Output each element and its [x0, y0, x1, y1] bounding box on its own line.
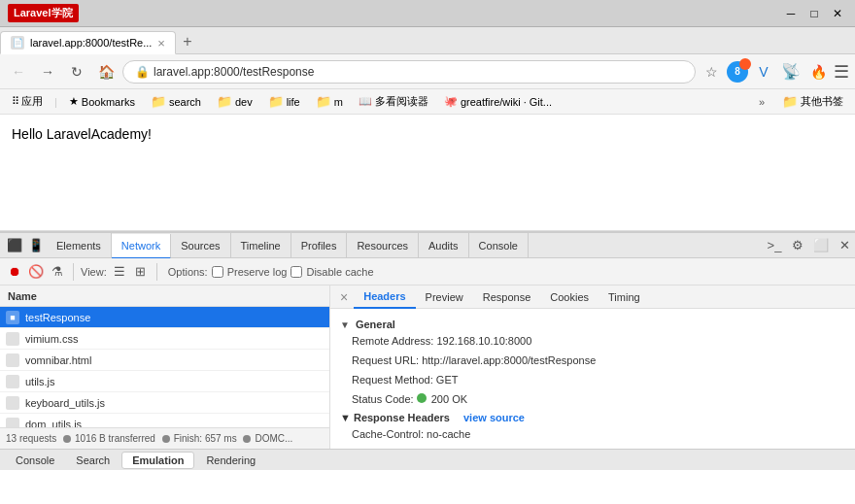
bottom-tab-search[interactable]: Search	[66, 453, 120, 468]
tab-timeline[interactable]: Timeline	[231, 233, 291, 258]
bottom-tab-rendering-label: Rendering	[206, 454, 256, 466]
tab-close-button[interactable]: ×	[157, 36, 165, 50]
resp-tab-cookies[interactable]: Cookies	[540, 286, 598, 309]
github-icon: 🐙	[444, 95, 458, 108]
status-green-dot	[417, 393, 427, 403]
rss-icon[interactable]: 📡	[779, 60, 803, 84]
bookmarks-overflow-button[interactable]: »	[755, 94, 769, 110]
file-item-testresponse[interactable]: ■ testResponse	[0, 307, 329, 328]
sync-icon[interactable]: 8	[727, 61, 748, 83]
close-button[interactable]: ✕	[828, 5, 847, 22]
resp-tab-headers-label: Headers	[363, 290, 405, 302]
devtools-close-icon[interactable]: ✕	[834, 235, 855, 256]
file-item-utils-js[interactable]: utils.js	[0, 371, 329, 392]
lock-icon: 🔒	[135, 65, 150, 79]
star-bm-icon: ★	[69, 95, 79, 108]
resp-tab-timing[interactable]: Timing	[598, 286, 650, 309]
cache-control-key: Cache-Control:	[352, 428, 424, 440]
general-label: General	[356, 319, 395, 330]
bookmark-dev-label: dev	[235, 96, 253, 108]
file-icon-dom-utils-js	[6, 418, 19, 428]
bookmark-dev[interactable]: 📁 dev	[211, 92, 258, 111]
file-list-header: Name	[0, 286, 329, 307]
bookmark-m[interactable]: 📁 m	[310, 92, 349, 111]
disable-cache-label: Disable cache	[306, 266, 373, 278]
footer-dot-2	[162, 435, 170, 443]
folder-icon-m: 📁	[316, 94, 331, 109]
preserve-log-checkbox[interactable]	[212, 266, 223, 278]
bookmark-duokan[interactable]: 📖 多看阅读器	[353, 92, 434, 111]
inspect-element-icon[interactable]: ⬛	[4, 235, 25, 256]
tab-audits[interactable]: Audits	[419, 233, 469, 258]
resp-tab-preview[interactable]: Preview	[416, 286, 473, 309]
mobile-icon[interactable]: 📱	[25, 235, 47, 256]
file-item-keyboard-utils-js[interactable]: keyboard_utils.js	[0, 392, 329, 414]
bottom-tab-emulation[interactable]: Emulation	[121, 452, 194, 469]
file-icon-keyboard-utils-js	[6, 396, 19, 410]
toolbar-separator	[73, 263, 74, 281]
bottom-tab-console[interactable]: Console	[6, 453, 64, 468]
file-item-vimium-css[interactable]: vimium.css	[0, 328, 329, 350]
response-close-button[interactable]: ×	[334, 289, 354, 305]
file-list-items[interactable]: ■ testResponse vimium.css vomnibar.html …	[0, 307, 329, 427]
footer-finish: Finish: 657 ms	[174, 433, 240, 444]
folder-icon-dev: 📁	[217, 94, 232, 109]
options-label: Options:	[168, 266, 208, 278]
file-icon-utils-js	[6, 375, 19, 388]
bottom-tab-rendering[interactable]: Rendering	[196, 453, 265, 468]
folder-icon-search: 📁	[151, 94, 166, 109]
bookmark-duokan-label: 多看阅读器	[375, 94, 428, 109]
resp-tab-response[interactable]: Response	[473, 286, 541, 309]
browser-tab-active[interactable]: 📄 laravel.app:8000/testRe... ×	[0, 31, 176, 54]
tab-elements[interactable]: Elements	[47, 233, 112, 258]
tab-resources[interactable]: Resources	[347, 233, 419, 258]
file-item-vomnibar-html[interactable]: vomnibar.html	[0, 350, 329, 371]
apps-label: 应用	[21, 94, 43, 109]
view-grid-icon[interactable]: ⊞	[132, 263, 150, 281]
remote-address-val: 192.168.10.10:8000	[436, 335, 531, 347]
bottom-tab-emulation-label: Emulation	[132, 454, 184, 466]
separator-1: |	[54, 96, 57, 108]
view-list-icon[interactable]: ☰	[111, 263, 128, 281]
devtools-console-icon[interactable]: >_	[764, 235, 785, 256]
disable-cache-checkbox[interactable]	[291, 266, 302, 278]
apps-button[interactable]: ⠿ 应用	[6, 92, 49, 111]
devtools-main: Name ■ testResponse vimium.css vomnibar.…	[0, 286, 855, 449]
sync-badge	[739, 58, 751, 70]
footer-domc: DOMC...	[255, 433, 292, 444]
devtools-settings-icon[interactable]: ⚙	[787, 235, 808, 256]
tab-network[interactable]: Network	[112, 234, 171, 259]
menu-icon[interactable]: ☰	[834, 61, 849, 83]
bookmark-greatfire[interactable]: 🐙 greatfire/wiki · Git...	[438, 93, 558, 110]
new-tab-button[interactable]: +	[176, 30, 199, 53]
devtools-dock-icon[interactable]: ⬜	[810, 235, 832, 256]
resp-tab-headers[interactable]: Headers	[354, 286, 415, 309]
record-button[interactable]: ⏺	[6, 263, 23, 281]
tab-profiles[interactable]: Profiles	[291, 233, 348, 258]
flame-icon[interactable]: 🔥	[806, 60, 830, 84]
response-content: ▼ General Remote Address: 192.168.10.10:…	[330, 309, 855, 449]
forward-button[interactable]: →	[35, 59, 60, 84]
back-button[interactable]: ←	[6, 59, 31, 84]
view-source-link[interactable]: view source	[463, 412, 525, 423]
clear-button[interactable]: 🚫	[27, 263, 45, 281]
star-icon[interactable]: ☆	[700, 60, 723, 84]
bookmark-search[interactable]: 📁 search	[145, 92, 207, 111]
status-code-key: Status Code:	[352, 393, 414, 405]
bookmark-star[interactable]: ★ Bookmarks	[63, 93, 141, 110]
file-name-vimium-css: vimium.css	[25, 333, 78, 345]
maximize-button[interactable]: □	[804, 5, 824, 22]
file-item-dom-utils-js[interactable]: dom_utils.js	[0, 414, 329, 427]
url-bar[interactable]: 🔒 laravel.app:8000/testResponse	[122, 60, 696, 84]
reload-button[interactable]: ↻	[64, 59, 89, 84]
tab-sources[interactable]: Sources	[171, 233, 230, 258]
devtools-bottom-bar: Console Search Emulation Rendering	[0, 449, 855, 470]
filter-button[interactable]: ⚗	[49, 263, 66, 281]
tab-console[interactable]: Console	[469, 233, 529, 258]
other-bookmarks[interactable]: 📁 其他书签	[776, 92, 849, 111]
vpn-icon[interactable]: V	[752, 60, 775, 84]
bookmark-life[interactable]: 📁 life	[262, 92, 306, 111]
minimize-button[interactable]: ─	[781, 5, 801, 22]
home-button[interactable]: 🏠	[93, 59, 119, 84]
general-triangle-icon: ▼	[340, 319, 350, 330]
